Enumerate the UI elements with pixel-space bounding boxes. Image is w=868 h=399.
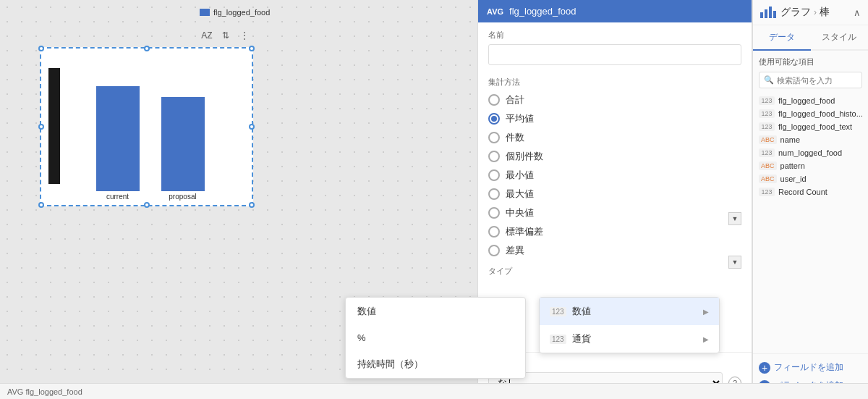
radio-item-8[interactable]: 差異 <box>488 244 741 257</box>
type-item-arrow-0: ▶ <box>703 308 709 316</box>
field-item-1[interactable]: 123 flg_logged_food_histo... <box>759 107 862 120</box>
left-dropdown: 数値 % 持続時間（秒） <box>345 297 526 379</box>
type-item-arrow-1: ▶ <box>703 335 709 343</box>
field-item-4[interactable]: 123 num_logged_food <box>759 146 862 159</box>
radio-circle-5 <box>488 188 500 200</box>
radio-label-5: 最大値 <box>506 188 534 201</box>
chart-legend: flg_logged_food <box>200 8 270 17</box>
search-icon: 🔍 <box>764 75 774 85</box>
black-bar-group <box>48 68 60 191</box>
chart-toolbar: flg_logged_food AZ ⇅ ⋮ <box>200 28 252 43</box>
radio-circle-4 <box>488 169 500 181</box>
field-config-header: AVG flg_logged_food <box>478 0 752 22</box>
breadcrumb-separator: › <box>814 7 817 17</box>
field-item-5[interactable]: ABC pattern <box>759 159 862 172</box>
radio-item-5[interactable]: 最大値 <box>488 188 741 201</box>
tab-data[interactable]: データ <box>753 25 811 51</box>
available-fields-label: 使用可能な項目 <box>759 56 862 67</box>
bar-group-proposal <box>161 97 205 191</box>
more-button[interactable]: ⋮ <box>237 28 252 43</box>
scroll-arrow-down-2[interactable]: ▼ <box>728 256 741 269</box>
bar-current <box>96 86 140 191</box>
radio-item-4[interactable]: 最小値 <box>488 169 741 182</box>
field-type-7: 123 <box>759 188 775 196</box>
field-item-3[interactable]: ABC name <box>759 133 862 146</box>
left-dropdown-item-0[interactable]: 数値 <box>346 298 525 325</box>
field-name-4: num_logged_food <box>778 148 842 157</box>
field-item-6[interactable]: ABC user_id <box>759 172 862 185</box>
add-field-button[interactable]: + フィールドを追加 <box>759 358 862 377</box>
field-type-6: ABC <box>759 175 777 183</box>
field-type-2: 123 <box>759 122 775 131</box>
field-item-0[interactable]: 123 flg_logged_food <box>759 94 862 107</box>
tab-style[interactable]: スタイル <box>811 25 869 49</box>
field-name-3: name <box>780 135 801 144</box>
chart-wrapper[interactable]: flg_logged_food AZ ⇅ ⋮ <box>40 47 253 206</box>
radio-circle-1 <box>488 113 500 125</box>
radio-item-1[interactable]: 平均値 <box>488 112 741 125</box>
radio-item-0[interactable]: 合計 <box>488 93 741 106</box>
function-label: 関数 <box>488 358 741 369</box>
legend-label: flg_logged_food <box>213 8 270 17</box>
field-type-0: 123 <box>759 96 775 105</box>
radio-label-0: 合計 <box>506 93 524 106</box>
az-button[interactable]: AZ <box>200 28 214 43</box>
field-name-1: flg_logged_food_histo... <box>778 109 863 118</box>
bar-label-proposal: proposal <box>161 193 205 201</box>
search-input[interactable] <box>777 76 857 85</box>
radio-circle-7 <box>488 226 500 238</box>
field-type-1: 123 <box>759 109 775 118</box>
black-rect <box>48 68 60 184</box>
radio-item-7[interactable]: 標準偏差 <box>488 225 741 238</box>
field-item-7[interactable]: 123 Record Count <box>759 185 862 198</box>
aggregate-label: 集計方法 <box>488 77 741 88</box>
name-section: 名前 <box>478 22 752 65</box>
radio-item-6[interactable]: 中央値 <box>488 206 741 219</box>
radio-label-6: 中央値 <box>506 206 534 219</box>
right-panel-header: グラフ › 棒 ∧ <box>753 0 868 25</box>
collapse-button[interactable]: ∧ <box>854 7 861 18</box>
sort-button[interactable]: ⇅ <box>218 28 233 43</box>
radio-item-2[interactable]: 件数 <box>488 131 741 144</box>
add-field-icon: + <box>759 362 770 374</box>
field-item-2[interactable]: 123 flg_logged_food_text <box>759 120 862 133</box>
resize-handle-bl[interactable] <box>38 202 44 208</box>
bar-chart: current proposal <box>41 49 252 205</box>
radio-circle-0 <box>488 94 500 106</box>
bar-proposal <box>161 97 205 191</box>
type-badge-0: 123 <box>550 307 566 316</box>
panel-tabs: データ スタイル <box>753 25 868 51</box>
right-panel: グラフ › 棒 ∧ データ スタイル 使用可能な項目 🔍 123 flg_log… <box>752 0 868 399</box>
scroll-arrow-down[interactable]: ▼ <box>728 212 741 225</box>
available-fields-section: 使用可能な項目 🔍 123 flg_logged_food 123 flg_lo… <box>753 51 868 353</box>
avg-badge: AVG <box>487 7 503 16</box>
type-dropdown-item-0[interactable]: 123 数値 ▶ <box>540 298 719 325</box>
add-field-label: フィールドを追加 <box>774 361 843 374</box>
type-label: タイプ <box>488 266 741 277</box>
radio-label-2: 件数 <box>506 131 524 144</box>
bar-label-current: current <box>96 193 140 201</box>
radio-label-8: 差異 <box>506 244 524 257</box>
bci-bar-1 <box>760 12 763 18</box>
status-text: AVG flg_logged_food <box>7 387 82 396</box>
radio-item-3[interactable]: 個別件数 <box>488 150 741 163</box>
resize-handle-bc[interactable] <box>144 202 150 208</box>
bci-bar-4 <box>773 11 776 18</box>
type-item-label-1: 通貨 <box>572 332 697 345</box>
radio-label-4: 最小値 <box>506 169 534 182</box>
name-input[interactable] <box>488 44 741 65</box>
radio-group: 合計 平均値 件数 個別件数 最小値 最大値 <box>488 93 741 257</box>
status-bar: AVG flg_logged_food <box>0 383 868 399</box>
field-type-3: ABC <box>759 135 777 144</box>
left-dropdown-item-2[interactable]: 持続時間（秒） <box>346 350 525 378</box>
radio-label-7: 標準偏差 <box>506 225 543 238</box>
bci-bar-3 <box>769 7 772 18</box>
field-name-5: pattern <box>780 161 805 170</box>
left-dropdown-item-1[interactable]: % <box>346 325 525 350</box>
bar-group-current <box>96 86 140 191</box>
field-name-7: Record Count <box>778 188 827 196</box>
resize-handle-br[interactable] <box>249 202 255 208</box>
breadcrumb: グラフ › 棒 <box>780 6 830 19</box>
type-dropdown-item-1[interactable]: 123 通貨 ▶ <box>540 325 719 353</box>
field-name-0: flg_logged_food <box>778 96 835 105</box>
